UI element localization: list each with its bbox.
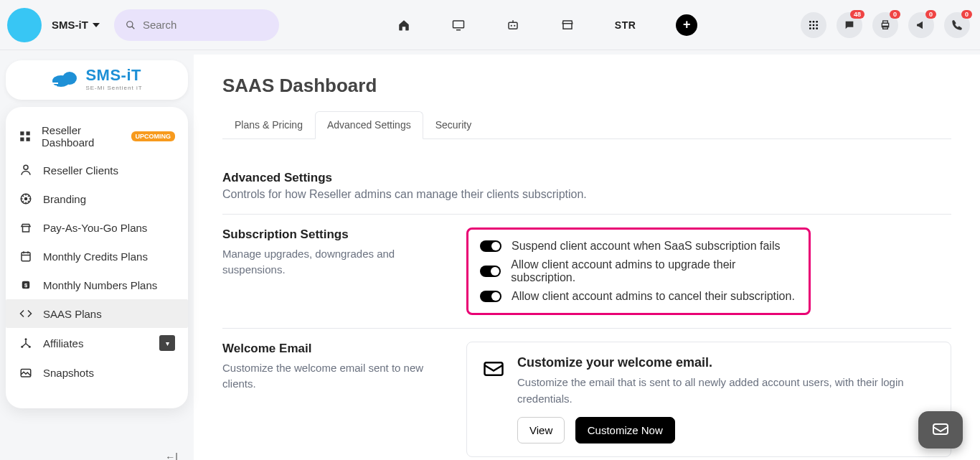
home-icon[interactable] <box>397 18 411 32</box>
toggle-suspend-on-fail: Suspend client account when SaaS subscri… <box>480 237 797 255</box>
svg-point-0 <box>127 21 133 27</box>
announce-badge: 0 <box>925 10 936 19</box>
top-right-icons: 48 0 0 0 <box>801 12 970 38</box>
print-icon[interactable]: 0 <box>872 12 898 38</box>
svg-rect-24 <box>20 131 24 135</box>
snapshots-icon <box>19 365 33 380</box>
brand-cloud-icon <box>51 68 81 90</box>
workspace-name: SMS-iT <box>52 19 88 31</box>
sidebar-item-label: Affiliates <box>43 337 83 349</box>
top-bar: SMS-iT STR + 48 0 <box>0 0 980 50</box>
search-field[interactable] <box>114 9 279 41</box>
sidebar-item-monthly-credits[interactable]: Monthly Credits Plans <box>6 242 188 271</box>
svg-point-13 <box>816 24 818 26</box>
svg-rect-22 <box>52 83 58 84</box>
tab-security[interactable]: Security <box>423 111 484 139</box>
monitor-icon[interactable] <box>451 18 466 32</box>
str-link[interactable]: STR <box>615 19 636 31</box>
toggle-label: Allow client account admins to cancel th… <box>512 290 795 303</box>
chevron-down-icon[interactable]: ▾ <box>159 335 175 351</box>
svg-point-12 <box>813 24 815 26</box>
toggle-allow-cancel: Allow client account admins to cancel th… <box>480 287 797 306</box>
robot-icon[interactable] <box>506 18 520 32</box>
branding-icon <box>19 192 33 206</box>
sidebar-item-branding[interactable]: Branding <box>6 184 188 213</box>
sidebar-item-saas-plans[interactable]: SAAS Plans <box>6 299 188 328</box>
chat-badge: 48 <box>850 10 864 19</box>
svg-point-21 <box>62 72 77 85</box>
workspace-switcher[interactable]: SMS-iT <box>52 19 100 31</box>
svg-point-8 <box>809 21 811 23</box>
svg-point-9 <box>813 21 815 23</box>
search-icon <box>126 19 136 31</box>
svg-rect-27 <box>27 138 30 141</box>
phone-badge: 0 <box>961 10 972 19</box>
print-badge: 0 <box>890 10 900 19</box>
svg-point-15 <box>813 27 815 29</box>
sidebar-item-label: Branding <box>43 193 86 205</box>
sidebar-item-affiliates[interactable]: Affiliates ▾ <box>6 328 188 358</box>
help-fab-icon[interactable] <box>918 411 963 449</box>
sidebar-item-payg-plans[interactable]: Pay-As-You-Go Plans <box>6 213 188 242</box>
sidebar-item-label: Snapshots <box>43 367 94 379</box>
sidebar-item-snapshots[interactable]: Snapshots <box>6 358 188 387</box>
advanced-description: Controls for how Reseller admins can man… <box>222 188 951 201</box>
payg-icon <box>19 220 33 235</box>
phone-icon[interactable]: 0 <box>944 12 970 38</box>
svg-point-37 <box>25 338 27 340</box>
announce-icon[interactable]: 0 <box>908 12 934 38</box>
brand-name: SMS-iT <box>85 66 142 85</box>
subscription-heading: Subscription Settings <box>222 227 445 242</box>
svg-rect-4 <box>509 22 517 29</box>
avatar[interactable] <box>7 8 42 42</box>
welcome-description: Customize the welcome email sent to new … <box>222 360 445 392</box>
numbers-icon: $ <box>19 278 33 292</box>
tab-advanced-settings[interactable]: Advanced Settings <box>315 111 423 139</box>
sidebar-item-label: Reseller Clients <box>43 164 118 177</box>
svg-rect-18 <box>883 21 888 23</box>
toggle-label: Allow client account admins to upgrade t… <box>511 258 797 284</box>
apps-grid-icon[interactable] <box>801 12 826 38</box>
search-input[interactable] <box>143 19 268 31</box>
upcoming-tag: UPCOMING <box>131 131 176 141</box>
svg-point-28 <box>24 165 28 169</box>
toggle-switch[interactable] <box>480 240 501 252</box>
collapse-sidebar-icon[interactable]: ←| <box>165 451 178 460</box>
sidebar-item-reseller-dashboard[interactable]: Reseller Dashboard UPCOMING <box>6 117 188 156</box>
sidebar-item-reseller-clients[interactable]: Reseller Clients <box>6 156 188 184</box>
customize-now-button[interactable]: Customize Now <box>575 417 675 443</box>
svg-rect-23 <box>52 85 57 87</box>
svg-line-1 <box>132 26 135 29</box>
sidebar-item-label: Reseller Dashboard <box>42 124 118 149</box>
svg-point-5 <box>510 24 512 26</box>
envelope-icon <box>483 358 504 380</box>
side-menu[interactable]: Reseller Dashboard UPCOMING Reseller Cli… <box>6 107 188 408</box>
view-button[interactable]: View <box>517 417 565 443</box>
store-icon[interactable] <box>560 18 575 32</box>
welcome-card-title: Customize your welcome email. <box>517 355 935 370</box>
sidebar-item-label: Monthly Numbers Plans <box>43 279 157 291</box>
chevron-down-icon <box>93 23 100 27</box>
tabs: Plans & Pricing Advanced Settings Securi… <box>222 111 951 139</box>
svg-rect-42 <box>933 424 948 434</box>
affiliates-icon <box>19 336 33 350</box>
svg-rect-31 <box>22 253 30 261</box>
svg-point-30 <box>24 197 28 201</box>
tab-plans-pricing[interactable]: Plans & Pricing <box>222 111 315 139</box>
subscription-settings-section: Subscription Settings Manage upgrades, d… <box>222 215 951 329</box>
sidebar: SMS-iT SE-Mi Sentient iT Reseller Dashbo… <box>0 50 194 460</box>
credits-icon <box>19 249 33 263</box>
toggle-allow-upgrade: Allow client account admins to upgrade t… <box>480 255 797 287</box>
chat-icon[interactable]: 48 <box>837 12 862 38</box>
sidebar-item-label: Pay-As-You-Go Plans <box>43 222 147 234</box>
svg-rect-2 <box>453 21 463 28</box>
code-icon <box>19 306 33 321</box>
advanced-settings-section: Advanced Settings Controls for how Resel… <box>222 158 951 215</box>
toggle-switch[interactable] <box>480 266 501 277</box>
toggle-switch[interactable] <box>480 291 501 302</box>
svg-rect-26 <box>20 138 24 141</box>
sidebar-item-monthly-numbers[interactable]: $ Monthly Numbers Plans <box>6 271 188 299</box>
add-button[interactable]: + <box>676 14 697 36</box>
welcome-email-section: Welcome Email Customize the welcome emai… <box>222 329 951 460</box>
subscription-toggles-box: Suspend client account when SaaS subscri… <box>466 227 811 315</box>
